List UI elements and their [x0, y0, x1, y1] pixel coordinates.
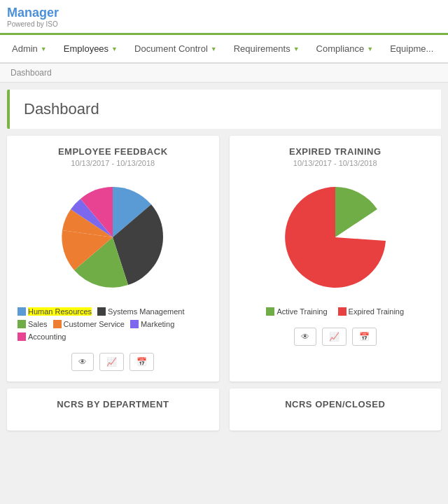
legend-color-marketing — [130, 320, 139, 328]
dashboard-title-area: Dashboard — [7, 90, 441, 129]
legend-item-accounting: Accounting — [18, 332, 66, 341]
nav-item-compliance[interactable]: Compliance ▼ — [308, 35, 382, 62]
employee-feedback-title: EMPLOYEE FEEDBACK — [18, 146, 209, 157]
header: Manager Powered by ISO Admin ▼ Employees… — [0, 0, 448, 64]
legend-item-systems-management: Systems Management — [97, 307, 184, 316]
legend-item-active-training: Active Training — [266, 307, 327, 316]
legend-color-human-resources — [18, 307, 26, 316]
legend-item-customer-service: Customer Service — [53, 320, 125, 328]
page-title: Dashboard — [24, 100, 427, 118]
legend-label-human-resources: Human Resources — [28, 307, 92, 316]
legend-color-expired-training — [338, 307, 346, 316]
logo-bar: Manager Powered by ISO — [0, 0, 448, 35]
legend-item-sales: Sales — [18, 320, 48, 328]
employee-feedback-view-button[interactable]: 👁 — [71, 353, 94, 371]
employee-feedback-chart-button[interactable]: 📈 — [99, 353, 124, 371]
legend-color-customer-service — [53, 320, 62, 328]
nav-item-admin[interactable]: Admin ▼ — [4, 35, 55, 62]
expired-training-view-button[interactable]: 👁 — [294, 328, 316, 346]
nav-bar: Admin ▼ Employees ▼ Document Control ▼ R… — [0, 35, 448, 63]
expired-training-calendar-button[interactable]: 📅 — [352, 328, 377, 346]
expired-training-chart — [240, 174, 431, 300]
top-cards-row: EMPLOYEE FEEDBACK 10/13/2017 - 10/13/201… — [7, 136, 441, 382]
employee-feedback-legend: Human Resources Systems Management Sales… — [18, 306, 209, 342]
expired-training-card: EXPIRED TRAINING 10/13/2017 - 10/13/2018… — [230, 136, 442, 382]
legend-label-expired-training: Expired Training — [349, 307, 405, 316]
nav-item-requirements[interactable]: Requirements ▼ — [225, 35, 308, 62]
chevron-down-icon: ▼ — [367, 46, 373, 52]
chevron-down-icon: ▼ — [293, 46, 300, 52]
legend-color-sales — [18, 320, 26, 328]
legend-item-expired-training: Expired Training — [338, 307, 405, 316]
expired-training-actions: 👁 📈 📅 — [240, 328, 431, 346]
expired-training-chart-button[interactable]: 📈 — [322, 328, 346, 346]
breadcrumb: Dashboard — [0, 64, 448, 83]
nav-item-employees[interactable]: Employees ▼ — [55, 35, 126, 62]
legend-label-active-training: Active Training — [276, 307, 327, 316]
legend-label-systems-management: Systems Management — [108, 307, 184, 316]
employee-feedback-date: 10/13/2017 - 10/13/2018 — [18, 159, 209, 167]
employee-feedback-chart — [18, 174, 209, 300]
employee-feedback-actions: 👁 📈 📅 — [18, 353, 209, 371]
logo-powered: Powered by ISO — [7, 20, 59, 28]
ncrs-by-department-card: NCRS BY DEPARTMENT — [7, 388, 219, 430]
employee-feedback-calendar-button[interactable]: 📅 — [130, 353, 154, 371]
bottom-cards-row: NCRS BY DEPARTMENT NCRS OPEN/CLOSED — [7, 388, 441, 430]
logo-text: Manager — [7, 6, 59, 20]
employee-feedback-card: EMPLOYEE FEEDBACK 10/13/2017 - 10/13/201… — [7, 136, 219, 382]
legend-label-accounting: Accounting — [28, 332, 66, 341]
legend-label-marketing: Marketing — [141, 320, 174, 328]
nav-item-document-control[interactable]: Document Control ▼ — [126, 35, 225, 62]
legend-label-sales: Sales — [28, 320, 48, 328]
ncrs-open-closed-card: NCRS OPEN/CLOSED — [230, 388, 442, 430]
chevron-down-icon: ▼ — [211, 46, 217, 52]
nav-item-equipment[interactable]: Equipme... — [382, 35, 442, 62]
legend-color-systems-management — [97, 307, 106, 316]
chevron-down-icon: ▼ — [41, 46, 47, 52]
legend-color-active-training — [266, 307, 274, 316]
expired-training-title: EXPIRED TRAINING — [240, 146, 431, 157]
expired-training-date: 10/13/2017 - 10/13/2018 — [240, 159, 431, 167]
legend-item-marketing: Marketing — [130, 320, 174, 328]
ncrs-by-department-title: NCRS BY DEPARTMENT — [18, 399, 209, 410]
legend-color-accounting — [18, 332, 26, 341]
legend-label-customer-service: Customer Service — [64, 320, 125, 328]
ncrs-open-closed-title: NCRS OPEN/CLOSED — [240, 399, 431, 410]
expired-training-legend: Active Training Expired Training — [240, 306, 431, 317]
chevron-down-icon: ▼ — [111, 46, 118, 52]
legend-item-human-resources: Human Resources — [18, 307, 92, 316]
